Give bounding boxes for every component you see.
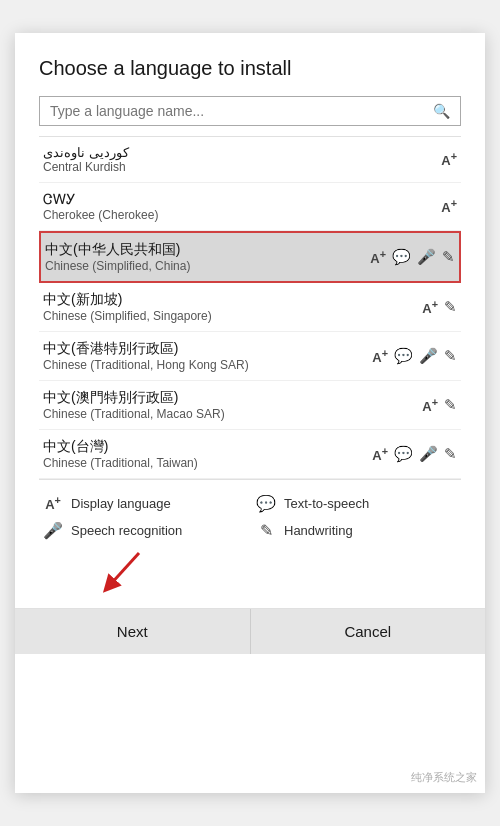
list-item[interactable]: ᏣᎳᎩ Cherokee (Cherokee) A+ (39, 183, 461, 231)
lang-sub: Chinese (Traditional, Taiwan) (43, 456, 198, 470)
lang-icons: A+ (441, 150, 457, 168)
list-item[interactable]: 中文(香港特別行政區) Chinese (Traditional, Hong K… (39, 332, 461, 381)
lang-name: 中文(台灣) (43, 438, 198, 456)
list-item[interactable]: 中文(澳門特別行政區) Chinese (Traditional, Macao … (39, 381, 461, 430)
handwriting-icon: ✎ (444, 445, 457, 463)
display-language-icon: A+ (441, 150, 457, 168)
lang-text: 中文(中华人民共和国) Chinese (Simplified, China) (45, 241, 190, 273)
search-icon: 🔍 (433, 103, 450, 119)
language-list: کوردیی ناوەندی Central Kurdish A+ ᏣᎳᎩ Ch… (39, 136, 461, 479)
lang-name: 中文(香港特別行政區) (43, 340, 249, 358)
search-bar[interactable]: 🔍 (39, 96, 461, 126)
lang-sub: Cherokee (Cherokee) (43, 208, 158, 222)
lang-icons: A+ (441, 197, 457, 215)
list-item[interactable]: کوردیی ناوەندی Central Kurdish A+ (39, 137, 461, 183)
speech-recognition-icon: 🎤 (417, 248, 436, 266)
lang-name: 中文(澳門特別行政區) (43, 389, 225, 407)
lang-sub: Chinese (Simplified, China) (45, 259, 190, 273)
svg-line-1 (109, 553, 139, 586)
lang-sub: Chinese (Traditional, Macao SAR) (43, 407, 225, 421)
list-item[interactable]: 中文(台灣) Chinese (Traditional, Taiwan) A+ … (39, 430, 461, 479)
handwriting-legend-icon: ✎ (256, 521, 276, 540)
lang-sub: Chinese (Simplified, Singapore) (43, 309, 212, 323)
lang-name: ᏣᎳᎩ (43, 191, 158, 208)
lang-icons: A+ 💬 🎤 ✎ (372, 445, 457, 463)
display-language-icon: A+ (372, 347, 388, 365)
lang-name: 中文(中华人民共和国) (45, 241, 190, 259)
text-to-speech-icon: 💬 (394, 445, 413, 463)
cancel-button[interactable]: Cancel (251, 609, 486, 654)
lang-sub: Central Kurdish (43, 160, 129, 174)
watermark: 纯净系统之家 (411, 770, 477, 785)
lang-name: کوردیی ناوەندی (43, 145, 129, 160)
speech-recognition-icon: 🎤 (419, 445, 438, 463)
speech-recognition-icon: 🎤 (419, 347, 438, 365)
lang-text: 中文(澳門特別行政區) Chinese (Traditional, Macao … (43, 389, 225, 421)
handwriting-icon: ✎ (444, 298, 457, 316)
lang-icons: A+ 💬 🎤 ✎ (372, 347, 457, 365)
lang-icons: A+ 💬 🎤 ✎ (370, 248, 455, 266)
display-language-label: Display language (71, 496, 171, 511)
legend-display: A+ Display language (43, 494, 244, 513)
speech-recognition-label: Speech recognition (71, 523, 182, 538)
handwriting-icon: ✎ (444, 347, 457, 365)
list-item[interactable]: 中文(新加坡) Chinese (Simplified, Singapore) … (39, 283, 461, 332)
lang-text: 中文(新加坡) Chinese (Simplified, Singapore) (43, 291, 212, 323)
lang-sub: Chinese (Traditional, Hong Kong SAR) (43, 358, 249, 372)
language-dialog: Choose a language to install 🔍 کوردیی نا… (15, 33, 485, 793)
lang-text: 中文(台灣) Chinese (Traditional, Taiwan) (43, 438, 198, 470)
list-item-selected[interactable]: 中文(中华人民共和国) Chinese (Simplified, China) … (39, 231, 461, 283)
legend-grid: A+ Display language 💬 Text-to-speech 🎤 S… (43, 494, 457, 540)
arrow-section (39, 558, 461, 608)
handwriting-icon: ✎ (444, 396, 457, 414)
legend-handwriting: ✎ Handwriting (256, 521, 457, 540)
handwriting-icon: ✎ (442, 248, 455, 266)
display-language-icon: A+ (422, 396, 438, 414)
display-language-legend-icon: A+ (43, 494, 63, 512)
legend-speech: 🎤 Speech recognition (43, 521, 244, 540)
lang-text: کوردیی ناوەندی Central Kurdish (43, 145, 129, 174)
handwriting-label: Handwriting (284, 523, 353, 538)
display-language-icon: A+ (422, 298, 438, 316)
text-to-speech-label: Text-to-speech (284, 496, 369, 511)
legend-tts: 💬 Text-to-speech (256, 494, 457, 513)
legend-section: A+ Display language 💬 Text-to-speech 🎤 S… (39, 479, 461, 558)
lang-text: ᏣᎳᎩ Cherokee (Cherokee) (43, 191, 158, 222)
lang-icons: A+ ✎ (422, 298, 457, 316)
text-to-speech-icon: 💬 (394, 347, 413, 365)
text-to-speech-icon: 💬 (392, 248, 411, 266)
text-to-speech-legend-icon: 💬 (256, 494, 276, 513)
next-button[interactable]: Next (15, 609, 251, 654)
dialog-title: Choose a language to install (39, 57, 461, 80)
lang-name: 中文(新加坡) (43, 291, 212, 309)
search-input[interactable] (50, 103, 433, 119)
display-language-icon: A+ (370, 248, 386, 266)
footer-buttons: Next Cancel (15, 608, 485, 654)
arrow-indicator (59, 548, 179, 598)
lang-icons: A+ ✎ (422, 396, 457, 414)
lang-text: 中文(香港特別行政區) Chinese (Traditional, Hong K… (43, 340, 249, 372)
display-language-icon: A+ (441, 197, 457, 215)
display-language-icon: A+ (372, 445, 388, 463)
speech-recognition-legend-icon: 🎤 (43, 521, 63, 540)
